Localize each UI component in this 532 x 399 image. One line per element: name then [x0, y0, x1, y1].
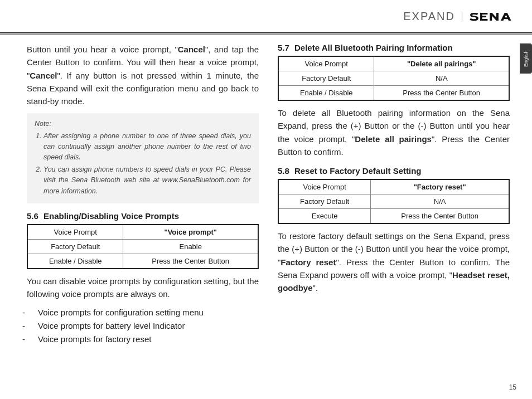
table-row: Enable / DisablePress the Center Button	[278, 86, 509, 101]
cell: Voice Prompt	[278, 56, 374, 71]
sec-5-6-list: Voice prompts for configuration setting …	[27, 306, 259, 346]
cell: "Delete all pairings"	[374, 56, 509, 71]
cell: Factory Default	[278, 71, 374, 86]
right-column: 5.7Delete All Bluetooth Pairing Informat…	[278, 43, 510, 346]
cell: N/A	[371, 194, 509, 209]
intro-paragraph: Button until you hear a voice prompt, "C…	[27, 43, 259, 108]
cell: Enable / Disable	[278, 86, 374, 101]
text: ". If any button is not pressed within 1…	[27, 71, 259, 106]
manual-page: EXPAND English Button until you hear a v…	[0, 0, 532, 399]
cell: "Factory reset"	[371, 179, 509, 194]
bold: Cancel	[178, 45, 205, 54]
note-box: Note: After assigning a phone number to …	[27, 113, 259, 203]
cell: Execute	[278, 209, 371, 224]
table-row: Voice Prompt"Delete all pairings"	[278, 56, 509, 71]
list-item: Voice prompts for factory reset	[27, 333, 259, 346]
header-rule-thin	[0, 35, 532, 35]
cell: Factory Default	[278, 194, 371, 209]
section-number: 5.6	[27, 211, 43, 221]
divider	[462, 12, 462, 22]
language-tab: English	[520, 43, 532, 74]
cell: Press the Center Button	[371, 209, 509, 224]
table-5-6: Voice Prompt"Voice prompt" Factory Defau…	[27, 224, 259, 269]
cell: Voice Prompt	[278, 179, 371, 194]
cell: Voice Prompt	[27, 225, 123, 240]
sec-5-8-paragraph: To restore factory default settings on t…	[278, 230, 510, 294]
cell: Enable / Disable	[27, 254, 123, 269]
header-rule-thick	[0, 32, 532, 33]
table-5-7: Voice Prompt"Delete all pairings" Factor…	[278, 56, 510, 101]
section-5-8-title: 5.8Reset to Factory Default Setting	[278, 166, 510, 176]
svg-rect-3	[480, 12, 482, 20]
sena-logo-icon	[468, 11, 516, 22]
text: ".	[313, 283, 318, 293]
list-item: Voice prompts for battery level Indicato…	[27, 319, 259, 333]
section-heading: Delete All Bluetooth Pairing Information	[294, 43, 453, 52]
note-item: After assigning a phone number to one of…	[43, 131, 251, 163]
bold: "Delete all pairings"	[407, 60, 476, 68]
table-row: Factory DefaultN/A	[278, 194, 509, 209]
cell: "Voice prompt"	[123, 225, 258, 240]
table-row: Factory DefaultEnable	[27, 239, 258, 254]
section-number: 5.7	[278, 43, 294, 52]
bold: "Voice prompt"	[165, 228, 217, 236]
section-heading: Reset to Factory Default Setting	[294, 166, 422, 176]
page-header: EXPAND	[16, 10, 516, 29]
bold: Delete all pairings	[355, 134, 432, 144]
text: Button until you hear a voice prompt, "	[27, 45, 178, 54]
section-number: 5.8	[278, 166, 294, 176]
bold: Cancel	[30, 71, 57, 80]
table-row: Voice Prompt"Voice prompt"	[27, 225, 258, 240]
header-right: EXPAND	[403, 10, 516, 23]
content-columns: Button until you hear a voice prompt, "C…	[16, 43, 516, 346]
section-heading: Enabling/Disabling Voice Prompts	[43, 211, 179, 221]
cell: Factory Default	[27, 239, 123, 254]
note-item: You can assign phone numbers to speed di…	[43, 164, 251, 197]
bold: "Factory reset"	[414, 183, 466, 191]
left-column: Button until you hear a voice prompt, "C…	[27, 43, 259, 346]
note-list: After assigning a phone number to one of…	[35, 131, 251, 197]
cell: Enable	[123, 239, 258, 254]
cell: Press the Center Button	[374, 86, 509, 101]
cell: Press the Center Button	[123, 254, 258, 269]
note-label: Note:	[35, 119, 251, 129]
table-row: ExecutePress the Center Button	[278, 209, 509, 224]
table-row: Enable / DisablePress the Center Button	[27, 254, 258, 269]
table-5-8: Voice Prompt"Factory reset" Factory Defa…	[278, 179, 510, 224]
list-item: Voice prompts for configuration setting …	[27, 306, 259, 319]
table-row: Factory DefaultN/A	[278, 71, 509, 86]
cell: N/A	[374, 71, 509, 86]
bold: Factory reset	[280, 257, 336, 267]
table-row: Voice Prompt"Factory reset"	[278, 179, 509, 194]
page-number: 15	[509, 383, 516, 391]
section-5-7-title: 5.7Delete All Bluetooth Pairing Informat…	[278, 43, 510, 52]
section-5-6-title: 5.6Enabling/Disabling Voice Prompts	[27, 211, 259, 221]
product-name: EXPAND	[403, 10, 455, 23]
sec-5-7-paragraph: To delete all Bluetooth pairing informat…	[278, 106, 510, 158]
sec-5-6-paragraph: You can disable voice prompts by configu…	[27, 275, 259, 301]
